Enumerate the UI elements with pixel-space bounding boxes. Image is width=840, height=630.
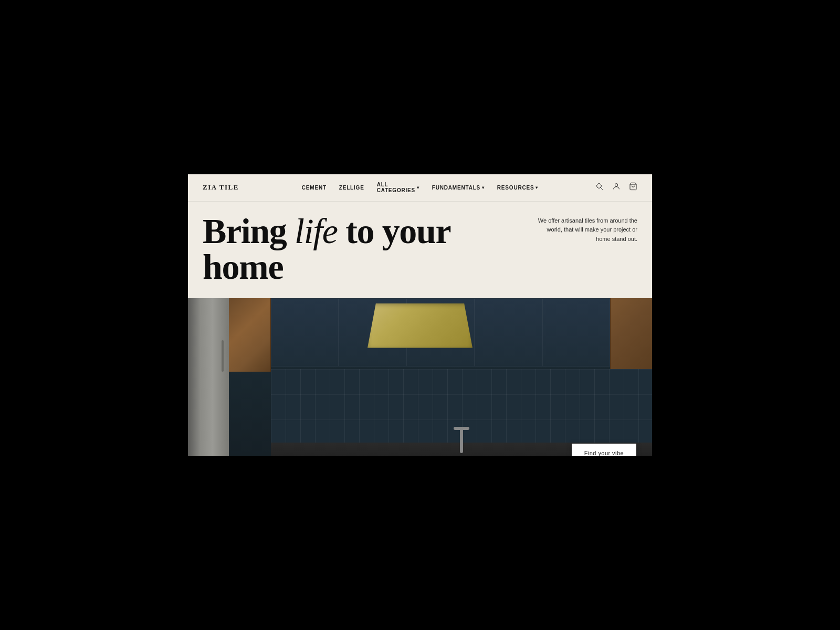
hero-image: JENN-AIR Scroll for more Find your vibe bbox=[188, 298, 652, 456]
nav-resources[interactable]: RESOURCES ▾ bbox=[497, 185, 538, 191]
chevron-down-icon: ▾ bbox=[536, 185, 538, 190]
hero-headline: Bring life to your home bbox=[203, 213, 538, 285]
svg-line-1 bbox=[601, 187, 603, 190]
faucet bbox=[460, 427, 463, 453]
chevron-down-icon: ▾ bbox=[482, 185, 485, 190]
range-hood bbox=[362, 303, 478, 348]
account-icon[interactable] bbox=[612, 182, 621, 193]
svg-point-0 bbox=[597, 184, 602, 188]
hero-text-area: Bring life to your home We offer artisan… bbox=[188, 202, 652, 298]
upper-cabinet-4 bbox=[475, 298, 542, 366]
cart-icon[interactable] bbox=[629, 182, 637, 193]
find-vibe-button[interactable]: Find your vibe bbox=[572, 444, 636, 456]
fridge: JENN-AIR bbox=[188, 298, 229, 456]
nav-zellige[interactable]: ZELLIGE bbox=[339, 185, 364, 191]
hero-tagline: We offer artisanal tiles from around the… bbox=[538, 213, 637, 244]
hero-title: Bring life to your home bbox=[203, 213, 538, 285]
nav-links: CEMENT ZELLIGE ALL CATEGORIES ▾ FUNDAMEN… bbox=[302, 182, 538, 193]
chevron-down-icon: ▾ bbox=[417, 185, 419, 190]
browser-window: ZIA TILE CEMENT ZELLIGE ALL CATEGORIES ▾… bbox=[188, 174, 652, 456]
upper-cabinet-1 bbox=[271, 298, 339, 366]
navbar: ZIA TILE CEMENT ZELLIGE ALL CATEGORIES ▾… bbox=[188, 174, 652, 202]
fridge-brand: JENN-AIR bbox=[193, 455, 224, 456]
nav-cement[interactable]: CEMENT bbox=[302, 185, 327, 191]
nav-fundamentals[interactable]: FUNDAMENTALS ▾ bbox=[432, 185, 485, 191]
upper-cabinet-5 bbox=[542, 298, 610, 366]
navbar-icons bbox=[595, 182, 637, 193]
brand-logo: ZIA TILE bbox=[203, 183, 239, 192]
nav-all-categories[interactable]: ALL CATEGORIES ▾ bbox=[377, 182, 419, 193]
search-icon[interactable] bbox=[595, 182, 604, 193]
fridge-handle bbox=[222, 340, 224, 372]
svg-point-2 bbox=[615, 184, 617, 186]
cabinet-left bbox=[229, 298, 271, 372]
cabinet-right bbox=[610, 298, 652, 369]
hood-body bbox=[368, 303, 472, 348]
